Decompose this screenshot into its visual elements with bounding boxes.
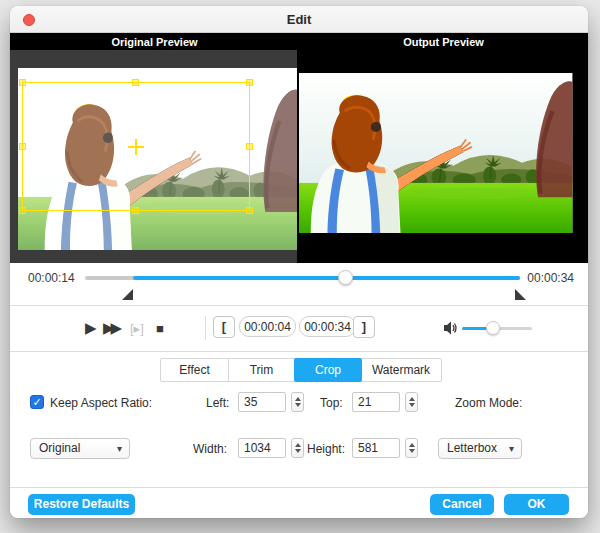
trim-start-input[interactable] [239, 316, 296, 337]
zoom-mode-value: Letterbox [447, 441, 497, 455]
crop-handle-bottom-left[interactable] [19, 207, 26, 214]
width-stepper[interactable] [291, 438, 304, 458]
trim-start-marker[interactable] [122, 289, 133, 300]
chevron-down-icon: ▾ [117, 439, 122, 458]
ok-button[interactable]: OK [504, 494, 569, 515]
restore-defaults-button[interactable]: Restore Defaults [28, 494, 135, 515]
play-segment-icon[interactable]: [▸] [130, 319, 144, 339]
preview-area: Original Preview Output Preview [10, 33, 588, 263]
crop-handle-middle-left[interactable] [19, 143, 26, 150]
output-preview-pane [299, 50, 588, 263]
left-label: Left: [206, 396, 229, 410]
crop-handle-top-middle[interactable] [132, 79, 139, 86]
output-preview-label: Output Preview [299, 36, 588, 48]
original-preview-label: Original Preview [10, 36, 299, 48]
height-input[interactable] [352, 438, 400, 458]
timeline-selected-range [133, 276, 520, 280]
volume-slider-thumb[interactable] [486, 321, 500, 335]
width-label: Width: [193, 442, 227, 456]
title-bar: Edit [10, 6, 588, 33]
transport-controls: ▶ ▶▶ [▸] ■ [ ] [10, 306, 588, 351]
playhead-thumb[interactable] [338, 270, 353, 285]
top-stepper[interactable] [405, 392, 418, 412]
keep-aspect-ratio-checkbox[interactable]: ✓ [30, 395, 44, 409]
tab-watermark[interactable]: Watermark [361, 359, 441, 381]
timeline-track[interactable] [85, 276, 520, 280]
width-input[interactable] [238, 438, 286, 458]
tab-effect[interactable]: Effect [161, 359, 229, 381]
volume-slider[interactable] [462, 327, 532, 330]
left-input[interactable] [238, 392, 286, 412]
top-input[interactable] [352, 392, 400, 412]
height-label: Height: [307, 442, 345, 456]
fast-forward-icon[interactable]: ▶▶ [103, 318, 118, 338]
set-trim-start-button[interactable]: [ [213, 316, 235, 338]
tab-trim[interactable]: Trim [229, 359, 295, 381]
crop-handle-bottom-middle[interactable] [132, 207, 139, 214]
set-trim-end-button[interactable]: ] [353, 316, 375, 338]
original-preview-pane [10, 50, 299, 263]
crop-handle-bottom-right[interactable] [246, 207, 253, 214]
volume-icon[interactable] [443, 320, 459, 336]
top-label: Top: [320, 396, 343, 410]
timeline-end-time: 00:00:34 [527, 271, 574, 285]
tab-crop[interactable]: Crop [294, 358, 362, 382]
window-title: Edit [10, 12, 588, 27]
trim-end-input[interactable] [299, 316, 356, 337]
crop-center-crosshair[interactable] [128, 139, 144, 155]
keep-aspect-ratio-label: Keep Aspect Ratio: [50, 396, 152, 410]
zoom-mode-select[interactable]: Letterbox ▾ [438, 438, 522, 459]
height-stepper[interactable] [405, 438, 418, 458]
play-icon[interactable]: ▶ [85, 318, 97, 338]
aspect-ratio-value: Original [39, 441, 80, 455]
crop-handle-top-left[interactable] [19, 79, 26, 86]
divider [205, 316, 206, 340]
crop-handle-middle-right[interactable] [246, 143, 253, 150]
dialog-footer: Restore Defaults Cancel OK [10, 487, 588, 518]
stop-icon[interactable]: ■ [156, 319, 164, 339]
crop-selection-box[interactable] [22, 82, 250, 211]
timeline-start-time: 00:00:14 [28, 271, 75, 285]
original-video-frame [18, 68, 299, 250]
edit-dialog: Edit Original Preview Output Preview [10, 6, 588, 518]
timeline-section: 00:00:14 00:00:34 [10, 263, 588, 305]
zoom-mode-label: Zoom Mode: [455, 396, 522, 410]
divider [10, 351, 588, 352]
tab-bar: Effect Trim Crop Watermark [160, 358, 442, 382]
chevron-down-icon: ▾ [509, 439, 514, 458]
cancel-button[interactable]: Cancel [430, 494, 494, 515]
left-stepper[interactable] [291, 392, 304, 412]
output-video-frame [299, 73, 588, 245]
crop-settings-panel: ✓ Keep Aspect Ratio: Left: Top: Zoom Mod… [10, 386, 588, 487]
aspect-ratio-select[interactable]: Original ▾ [30, 438, 130, 459]
crop-handle-top-right[interactable] [246, 79, 253, 86]
trim-end-marker[interactable] [515, 289, 526, 300]
